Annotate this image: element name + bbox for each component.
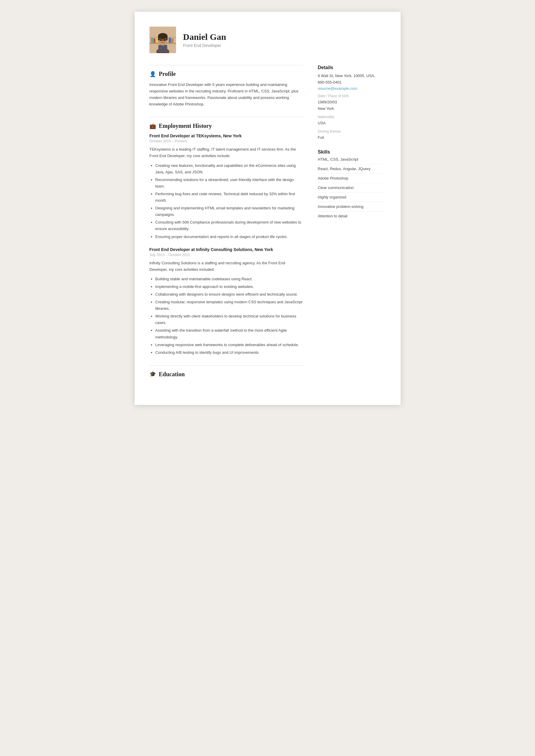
- svg-rect-14: [158, 36, 159, 40]
- education-section-title: 🎓 Education: [150, 371, 303, 378]
- profile-text: Innovative Front End Developer with 5 ye…: [150, 82, 303, 107]
- details-phone: 890-555-0401: [318, 79, 386, 86]
- svg-rect-10: [158, 45, 167, 51]
- list-item: Consulting with 508 Compliance professio…: [155, 219, 303, 232]
- skills-title: Skills: [318, 149, 386, 155]
- list-item: Creating modular, responsive templates u…: [155, 299, 303, 312]
- skill-item: Attention to detail: [318, 214, 386, 221]
- list-item: Assisting with the transition from a wat…: [155, 327, 303, 340]
- resume-container: Daniel Gan Front End Developer 👤 Profile…: [135, 12, 401, 405]
- details-section: Details 9 Wall St, New York, 10005, USA,…: [318, 65, 386, 141]
- profile-section-title: 👤 Profile: [150, 70, 303, 77]
- svg-point-16: [160, 39, 162, 41]
- skill-item: HTML, CSS, JavaScript: [318, 157, 386, 164]
- employment-section-title: 💼 Employment History: [150, 122, 303, 129]
- list-item: Conducting A/B testing to identify bugs …: [155, 349, 303, 356]
- candidate-name: Daniel Gan: [183, 32, 226, 42]
- nationality-label: Nationality: [318, 115, 386, 119]
- left-column: 👤 Profile Innovative Front End Developer…: [150, 65, 303, 387]
- job-title-2: Front End Developer at Infinity Consulti…: [150, 247, 303, 252]
- avatar: [150, 27, 176, 53]
- profile-icon: 👤: [150, 71, 156, 77]
- svg-point-17: [164, 39, 165, 41]
- list-item: Leveraging responsive web frameworks to …: [155, 342, 303, 348]
- education-section: 🎓 Education: [150, 365, 303, 378]
- job-block-1: Front End Developer at TEKsystems, New Y…: [150, 133, 303, 240]
- skill-item: Adobe Photoshop: [318, 176, 386, 183]
- skills-section: Skills HTML, CSS, JavaScript React, Redu…: [318, 149, 386, 221]
- svg-rect-6: [156, 38, 158, 43]
- dob-label: Date / Place of birth: [318, 94, 386, 98]
- list-item: Ensuring proper documentation and report…: [155, 233, 303, 240]
- details-dob: 1989/20/03: [318, 99, 386, 105]
- details-address: 9 Wall St, New York, 10005, USA,: [318, 73, 386, 79]
- details-email[interactable]: resume@example.com: [318, 86, 357, 91]
- job-title-1: Front End Developer at TEKsystems, New Y…: [150, 133, 303, 138]
- driving-label: Driving license: [318, 129, 386, 133]
- employment-section: 💼 Employment History Front End Developer…: [150, 117, 303, 356]
- list-item: Working directly with client stakeholder…: [155, 313, 303, 326]
- list-item: Building stable and maintainable codebas…: [155, 276, 303, 282]
- resume-header: Daniel Gan Front End Developer: [150, 27, 386, 53]
- list-item: Designing and implementing HTML email te…: [155, 205, 303, 218]
- profile-section: 👤 Profile Innovative Front End Developer…: [150, 65, 303, 107]
- skill-item: React, Redux, Angular, JQuery: [318, 167, 386, 174]
- skill-item: Innovative problem-solving: [318, 204, 386, 211]
- list-item: Performing bug fixes and code reviews. T…: [155, 191, 303, 204]
- employment-icon: 💼: [150, 123, 156, 129]
- job-desc-2: Infinity Consulting Solutions is a staff…: [150, 260, 303, 273]
- job-bullets-2: Building stable and maintainable codebas…: [150, 276, 303, 356]
- job-desc-1: TEKsystems is a leading IT staffing, IT …: [150, 146, 303, 159]
- header-info: Daniel Gan Front End Developer: [183, 32, 226, 48]
- job-block-2: Front End Developer at Infinity Consulti…: [150, 247, 303, 356]
- list-item: Creating new features, functionality and…: [155, 162, 303, 176]
- svg-rect-7: [169, 38, 171, 43]
- education-icon: 🎓: [150, 371, 156, 377]
- details-nationality: USA: [318, 120, 386, 126]
- job-bullets-1: Creating new features, functionality and…: [150, 162, 303, 240]
- candidate-subtitle: Front End Developer: [183, 43, 226, 48]
- details-birthplace: New York: [318, 105, 386, 112]
- svg-rect-5: [154, 39, 155, 43]
- list-item: Recommending solutions for a streamlined…: [155, 176, 303, 190]
- svg-rect-8: [171, 39, 173, 43]
- svg-rect-4: [151, 38, 153, 43]
- skill-item: Clear communication: [318, 185, 386, 193]
- svg-rect-15: [166, 36, 167, 40]
- details-driving: Full: [318, 134, 386, 141]
- details-title: Details: [318, 65, 386, 70]
- content-area: 👤 Profile Innovative Front End Developer…: [150, 65, 386, 387]
- skill-item: Highly organized: [318, 195, 386, 202]
- job-dates-1: October 2016 – Present: [150, 139, 303, 143]
- right-column: Details 9 Wall St, New York, 10005, USA,…: [318, 65, 386, 387]
- job-dates-2: July 2013 – October 2015: [150, 253, 303, 257]
- list-item: Collaborating with designers to ensure d…: [155, 291, 303, 298]
- list-item: Implementing a mobile-first approach to …: [155, 284, 303, 290]
